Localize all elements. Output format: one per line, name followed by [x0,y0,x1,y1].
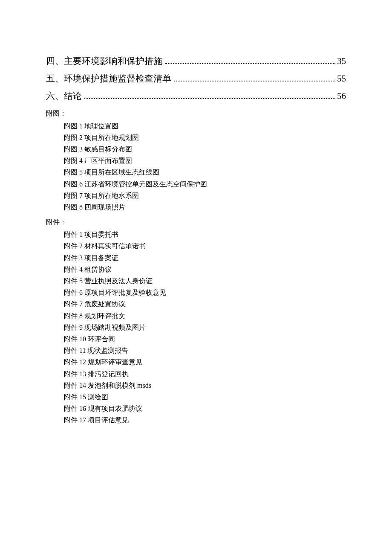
toc-title: 四、主要环境影响和保护措施 [46,53,162,70]
list-item: 附件 9 现场踏勘视频及图片 [64,322,346,333]
toc-title: 六、结论 [46,88,82,105]
list-item: 附件 15 测绘图 [64,391,346,403]
toc-page: 55 [337,71,346,87]
toc-dots [174,81,335,81]
list-item: 附图 3 敏感目标分布图 [64,143,346,155]
list-item: 附件 7 危废处置协议 [64,298,346,310]
toc-entry: 六、结论 56 [46,88,346,105]
list-item: 附件 11 现状监测报告 [64,345,346,356]
list-item: 附件 14 发泡剂和脱模剂 msds [64,380,346,391]
list-item: 附图 8 四周现场照片 [64,201,346,213]
list-item: 附图 4 厂区平面布置图 [64,155,346,166]
toc-dots [165,63,335,64]
section-label-attachments: 附件： [46,216,346,228]
toc-container: 四、主要环境影响和保护措施 35 五、环境保护措施监督检查清单 55 六、结论 … [46,53,346,104]
list-item: 附件 5 营业执照及法人身份证 [64,275,346,287]
attachments-list: 附件 1 项目委托书 附件 2 材料真实可信承诺书 附件 3 项目备案证 附件 … [46,229,346,426]
figures-list: 附图 1 地理位置图 附图 2 项目所在地规划图 附图 3 敏感目标分布图 附图… [46,120,346,213]
list-item: 附件 3 项目备案证 [64,252,346,264]
list-item: 附图 1 地理位置图 [64,120,346,132]
list-item: 附件 8 规划环评批文 [64,310,346,322]
list-item: 附件 6 原项目环评批复及验收意见 [64,287,346,298]
list-item: 附件 1 项目委托书 [64,229,346,240]
list-item: 附图 2 项目所在地规划图 [64,132,346,143]
list-item: 附件 12 规划环评审查意见 [64,356,346,368]
list-item: 附件 10 环评合同 [64,333,346,345]
toc-title: 五、环境保护措施监督检查清单 [46,71,171,87]
list-item: 附图 7 项目所在地水系图 [64,190,346,201]
list-item: 附图 5 项目所在区域生态红线图 [64,166,346,178]
section-label-figures: 附图： [46,108,346,119]
list-item: 附件 17 项目评估意见 [64,414,346,426]
list-item: 附件 2 材料真实可信承诺书 [64,240,346,252]
toc-dots [84,98,335,99]
list-item: 附图 6 江苏省环境管控单元图及生态空间保护图 [64,178,346,190]
toc-entry: 五、环境保护措施监督检查清单 55 [46,71,346,87]
attachments-section: 附件： 附件 1 项目委托书 附件 2 材料真实可信承诺书 附件 3 项目备案证… [46,216,346,426]
toc-entry: 四、主要环境影响和保护措施 35 [46,53,346,70]
toc-page: 35 [337,53,346,70]
toc-page: 56 [337,88,346,105]
figures-section: 附图： 附图 1 地理位置图 附图 2 项目所在地规划图 附图 3 敏感目标分布… [46,108,346,213]
list-item: 附件 13 排污登记回执 [64,368,346,380]
list-item: 附件 16 现有项目农肥协议 [64,403,346,414]
list-item: 附件 4 租赁协议 [64,264,346,275]
